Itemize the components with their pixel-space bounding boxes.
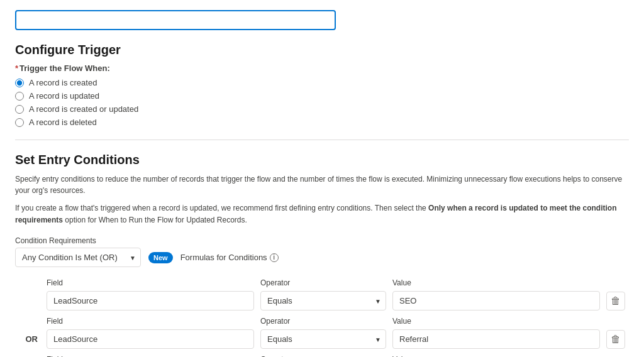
operator-wrapper-2: Equals Not Equal To Contains Does Not Co… — [260, 329, 386, 349]
radio-deleted-input[interactable] — [15, 118, 24, 127]
condition-row-header-1: Field Operator Value — [15, 278, 629, 287]
radio-created-input[interactable] — [15, 79, 24, 87]
delete-condition-2[interactable]: 🗑 — [606, 330, 625, 349]
field-input-2[interactable] — [47, 329, 254, 349]
condition-row-1: Equals Not Equal To Contains Does Not Co… — [15, 291, 629, 310]
field-col-label-1: Field — [47, 278, 254, 287]
value-col-label-2: Value — [392, 317, 600, 326]
condition-row-header-2: Field Operator Value — [15, 317, 629, 326]
configure-trigger-title: Configure Trigger — [15, 43, 629, 57]
configure-trigger-section: Configure Trigger *Trigger the Flow When… — [15, 43, 629, 127]
conditions-area: Field Operator Value Equals Not Equal To… — [15, 278, 629, 357]
entry-conditions-note: If you create a flow that's triggered wh… — [15, 202, 629, 226]
condition-select-wrapper: Any Condition Is Met (OR) All Conditions… — [15, 248, 141, 267]
field-col-label-2: Field — [47, 317, 254, 326]
new-badge: New — [148, 252, 173, 263]
radio-created-updated-label[interactable]: A record is created or updated — [29, 104, 138, 114]
value-input-1[interactable] — [392, 291, 600, 310]
radio-item-deleted[interactable]: A record is deleted — [15, 118, 629, 127]
trash-icon-2: 🗑 — [611, 334, 621, 345]
operator-select-2[interactable]: Equals Not Equal To Contains Does Not Co… — [260, 329, 386, 349]
radio-item-created[interactable]: A record is created — [15, 78, 629, 87]
field-input-1[interactable] — [47, 291, 254, 310]
section-divider — [15, 140, 629, 140]
operator-col-label-1: Operator — [260, 278, 386, 287]
trigger-radio-group: A record is created A record is updated … — [15, 78, 629, 127]
or-label-2: OR — [15, 334, 40, 344]
set-entry-conditions-section: Set Entry Conditions Specify entry condi… — [15, 153, 629, 357]
radio-item-updated[interactable]: A record is updated — [15, 91, 629, 101]
required-star: * — [15, 63, 18, 73]
operator-select-1[interactable]: Equals Not Equal To Contains Does Not Co… — [260, 291, 386, 310]
condition-req-row: Any Condition Is Met (OR) All Conditions… — [15, 248, 629, 267]
radio-updated-input[interactable] — [15, 92, 24, 101]
operator-wrapper-1: Equals Not Equal To Contains Does Not Co… — [260, 291, 386, 310]
operator-col-label-2: Operator — [260, 317, 386, 326]
radio-created-updated-input[interactable] — [15, 105, 24, 114]
value-input-2[interactable] — [392, 329, 600, 349]
trash-icon-1: 🗑 — [611, 295, 621, 307]
info-icon[interactable]: i — [270, 253, 279, 262]
value-col-label-1: Value — [392, 278, 600, 287]
condition-row-2: OR Equals Not Equal To Contains Does Not… — [15, 329, 629, 349]
entry-conditions-title: Set Entry Conditions — [15, 153, 629, 167]
radio-created-label[interactable]: A record is created — [29, 78, 97, 87]
radio-item-created-updated[interactable]: A record is created or updated — [15, 104, 629, 114]
condition-requirements-select[interactable]: Any Condition Is Met (OR) All Conditions… — [15, 248, 141, 267]
entry-conditions-description: Specify entry conditions to reduce the n… — [15, 173, 629, 196]
formulas-for-conditions[interactable]: Formulas for Conditions i — [180, 253, 279, 262]
radio-updated-label[interactable]: A record is updated — [29, 91, 99, 101]
delete-condition-1[interactable]: 🗑 — [606, 292, 625, 310]
radio-deleted-label[interactable]: A record is deleted — [29, 118, 97, 127]
trigger-label: *Trigger the Flow When: — [15, 63, 629, 73]
condition-requirements-label: Condition Requirements — [15, 236, 629, 245]
flow-name-input[interactable]: Lead — [15, 10, 336, 30]
